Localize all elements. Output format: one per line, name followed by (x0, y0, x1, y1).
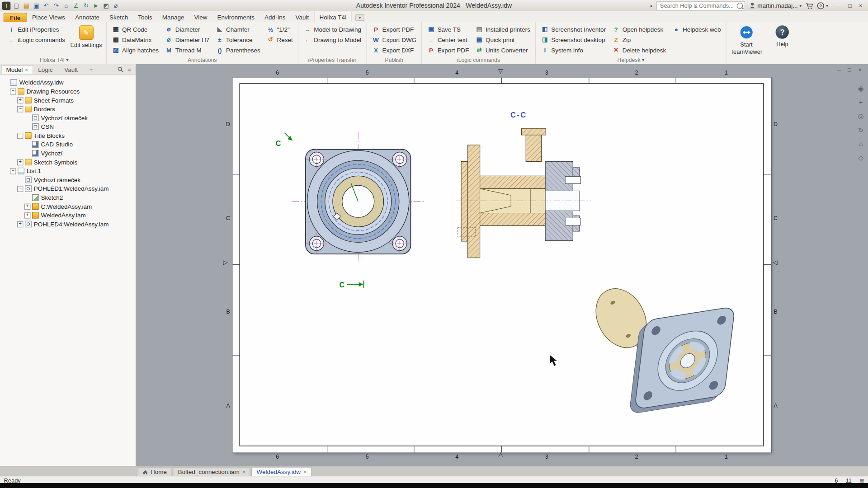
browser-tab[interactable]: Vault (60, 66, 84, 73)
ribbon-button[interactable]: ▦ QR Code (109, 24, 161, 34)
ribbon-help-button[interactable]: ? Help (765, 24, 800, 47)
ribbon-button[interactable]: ≡ iLogic commands (5, 34, 67, 45)
new-file-icon[interactable]: ▢ (12, 1, 20, 9)
ribbon-button[interactable]: ◧ Screenshot Inventor (538, 24, 608, 34)
ribbon-button[interactable]: ? Open helpdesk (609, 24, 668, 34)
help-menu[interactable]: ? ▾ (817, 2, 828, 9)
section-line-marker-top[interactable]: C (276, 133, 292, 147)
grid-toggle-icon[interactable]: ▦ (859, 477, 864, 483)
ribbon-button[interactable]: i Edit iProperties (5, 24, 67, 34)
tree-item[interactable]: CSN (0, 122, 136, 131)
ribbon-button[interactable]: ⇄ Units Converter (473, 45, 533, 55)
browser-search-icon[interactable] (117, 66, 123, 72)
ribbon-button[interactable]: ◨ Screenshot desktop (538, 34, 608, 45)
ribbon-button[interactable]: X Export DXF (369, 45, 419, 55)
ribbon-tab[interactable]: Tools (133, 12, 157, 22)
panel-label-ilogic-commands[interactable]: iLogic commands (425, 56, 532, 64)
tree-item[interactable]: Výchozí (0, 149, 136, 158)
ribbon-button[interactable]: ⌀ Diameter (163, 24, 212, 34)
panel-label-holixa[interactable]: Holixa T4I▾ (5, 56, 103, 64)
panel-label-helpdesk[interactable]: Helpdesk▾ (538, 56, 723, 64)
ribbon-button[interactable]: ◣ Chamfer (213, 24, 263, 34)
app-logo-icon[interactable]: I (2, 1, 10, 9)
panel-label-publish[interactable]: Publish (369, 56, 419, 64)
tree-item[interactable]: − Borders (0, 104, 136, 113)
ribbon-tab[interactable]: Sketch (104, 12, 133, 22)
ribbon-button[interactable]: → Model to Drawing (301, 24, 363, 34)
home-view-icon[interactable]: ⌂ (856, 140, 865, 149)
section-view[interactable]: C-C (456, 111, 591, 258)
tree-item[interactable]: Výchozí rámeček (0, 175, 136, 184)
tree-expander[interactable]: + (24, 203, 30, 209)
ribbon-button[interactable]: ✕ Delete helpdesk (609, 45, 668, 55)
doc-minimize-icon[interactable]: ─ (835, 67, 843, 73)
ribbon-tab[interactable]: Annotate (70, 12, 104, 22)
browser-menu-icon[interactable]: ≡ (127, 66, 131, 73)
sketch-icon[interactable]: ∠ (72, 1, 80, 9)
cart-icon[interactable] (806, 2, 813, 9)
ribbon-button[interactable]: P Export PDF (369, 24, 419, 34)
document-tab[interactable]: Bolted_connection.iam × (173, 467, 250, 476)
expand-arrow-icon[interactable]: ▸ (651, 3, 653, 8)
ribbon-button[interactable]: ≡ Center text (425, 34, 471, 45)
ribbon-button[interactable]: M Thread M (163, 45, 212, 55)
measure-icon[interactable]: ⌀ (112, 1, 120, 9)
pan-icon[interactable]: + (856, 98, 865, 107)
minimize-button[interactable]: ─ (834, 1, 844, 10)
doc-restore-icon[interactable]: □ (846, 67, 853, 73)
ribbon-button[interactable]: ± Tolerance (213, 34, 263, 45)
ribbon-button[interactable]: Z Zip (609, 34, 668, 45)
tree-item[interactable]: Výchozí rámeček (0, 113, 136, 122)
ribbon-tab[interactable]: Manage (157, 12, 189, 22)
tree-item[interactable]: − Title Blocks (0, 131, 136, 140)
ribbon-button[interactable]: ● Helpdesk web (670, 24, 723, 34)
ribbon-button[interactable]: ▨ Align hatches (109, 45, 161, 55)
ribbon-tab[interactable]: Vault (290, 12, 314, 22)
tree-item[interactable]: + Sketch Symbols (0, 158, 136, 167)
ribbon-button[interactable]: W Export DWG (369, 34, 419, 45)
drawing-canvas[interactable]: ─□× 654321 654321 DCBA DCBA ▽ △ ▷ ◁ (136, 64, 868, 466)
maximize-button[interactable]: □ (845, 1, 855, 10)
doc-close-icon[interactable]: × (856, 67, 863, 73)
select-icon[interactable]: ► (92, 1, 100, 9)
tree-item[interactable]: + WeldedAssy.iam (0, 211, 136, 220)
document-tab[interactable]: Home (138, 467, 172, 476)
ribbon-button[interactable]: ▤ Quick print (473, 34, 533, 45)
document-tab-close-icon[interactable]: × (303, 469, 307, 475)
tree-expander[interactable]: − (10, 168, 16, 174)
tree-expander[interactable]: + (17, 97, 23, 103)
browser-tab[interactable]: + (85, 66, 99, 73)
tree-item[interactable]: + Sheet Formats (0, 96, 136, 105)
ribbon-button[interactable]: ← Drawing to Model (301, 34, 363, 45)
ribbon-button[interactable]: ½ "1/2" (264, 24, 295, 34)
help-search[interactable] (657, 1, 745, 10)
edit-settings-button[interactable]: ✎ Edit settings (69, 24, 104, 49)
tree-item[interactable]: WeldedAssy.idw (0, 78, 136, 87)
ribbon-tab[interactable]: View (189, 12, 212, 22)
tree-expander[interactable]: + (17, 221, 23, 227)
ribbon-display-options-icon[interactable]: ▾ (355, 14, 364, 21)
drawing-sheet[interactable]: C C C-C (232, 77, 771, 452)
ribbon-button[interactable]: ⌀ Diameter H7 (163, 34, 212, 45)
tree-expander[interactable]: − (10, 88, 16, 94)
tree-expander[interactable]: − (17, 132, 23, 138)
tree-expander[interactable]: − (17, 106, 23, 112)
tree-expander[interactable]: + (24, 212, 30, 218)
browser-tab[interactable]: Model × (1, 65, 33, 73)
file-menu-button[interactable]: File (3, 13, 27, 22)
ribbon-button[interactable]: ↺ Reset (264, 34, 295, 45)
ribbon-button[interactable]: P Export PDF (425, 45, 471, 55)
tree-item[interactable]: − POHLED1:WeldedAssy.iam (0, 184, 136, 193)
update-icon[interactable]: ↻ (82, 1, 90, 9)
ribbon-button[interactable]: ▩ DataMatrix (109, 34, 161, 45)
tree-item[interactable]: + C:WeldedAssy.iam (0, 202, 136, 211)
section-line-marker-bottom[interactable]: C (340, 281, 364, 289)
zoom-icon[interactable]: ◎ (856, 112, 865, 121)
ribbon-tab[interactable]: Environments (212, 12, 259, 22)
close-button[interactable]: × (855, 1, 866, 10)
ribbon-button[interactable]: () Parentheses (213, 45, 263, 55)
document-tab[interactable]: WeldedAssy.idw × (252, 467, 312, 476)
ribbon-tab[interactable]: Place Views (27, 12, 70, 22)
orbit-icon[interactable]: ↻ (856, 126, 865, 135)
tree-expander[interactable]: − (17, 186, 23, 192)
